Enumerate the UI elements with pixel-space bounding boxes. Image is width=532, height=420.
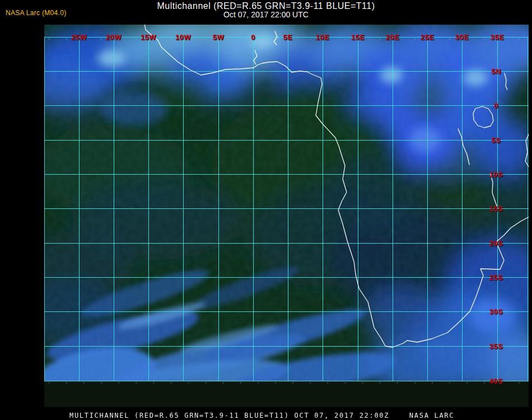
lon-label: 0: [251, 33, 255, 41]
lon-label: 30E: [455, 33, 469, 41]
image-grain: [44, 25, 529, 407]
lon-label: 5E: [283, 33, 293, 41]
satellite-image: [44, 25, 529, 407]
lat-label: 25S: [489, 273, 503, 282]
lat-label: 20S: [489, 239, 503, 248]
lat-label: 10S: [489, 170, 503, 179]
lat-label: 30S: [489, 307, 503, 316]
lon-label: 15E: [351, 33, 365, 41]
map-title: Multichannel (RED=R.65 GRN=T3.9-11 BLUE=…: [0, 1, 532, 11]
lon-label: 20E: [386, 33, 400, 41]
lon-label: 35E: [491, 33, 505, 41]
lon-label: 25E: [421, 33, 435, 41]
lon-label: 25W: [71, 33, 87, 41]
lon-label: 15W: [141, 33, 156, 41]
footer-caption: MULTICHANNEL (RED=R.65 GRN=T3.9-11 BLUE=…: [69, 412, 454, 419]
lon-label: 10W: [175, 33, 191, 41]
lon-label: 20W: [106, 33, 122, 41]
lat-label: 15S: [489, 204, 503, 213]
lat-label: 0: [494, 101, 498, 110]
lon-label: 5W: [213, 33, 225, 41]
lat-label: 5S: [492, 136, 501, 144]
map-timestamp: Oct 07, 2017 22:00 UTC: [0, 11, 532, 19]
header-titles: Multichannel (RED=R.65 GRN=T3.9-11 BLUE=…: [0, 1, 532, 19]
satellite-viewer-screen: NASA Larc (M04.0) Multichannel (RED=R.65…: [0, 0, 532, 420]
lat-label: 40S: [489, 377, 503, 385]
lat-label: 5N: [491, 67, 501, 76]
satellite-map: 25W 20W 15W 10W 5W 0 5E 10E 15E 20E 25E …: [44, 25, 529, 407]
no-data-strip: [44, 381, 529, 407]
lat-label: 35S: [489, 342, 503, 351]
lon-label: 10E: [316, 33, 330, 41]
